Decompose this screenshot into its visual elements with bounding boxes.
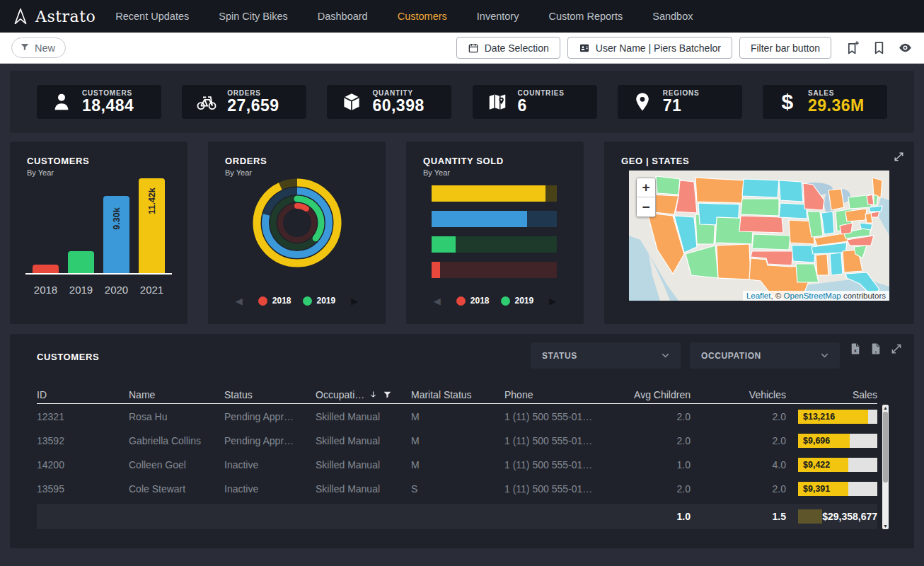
brand-name: Astrato — [35, 8, 96, 25]
column-filter-icon[interactable] — [383, 390, 392, 399]
cell-avg-children: 2.0 — [623, 411, 691, 422]
orders-donut-panel: ORDERS By Year ◀20182019▶ — [208, 142, 386, 324]
column-header-avg-children[interactable]: Avg Children — [623, 389, 691, 400]
totals-sales-value: $29,358,677 — [822, 511, 877, 522]
leaflet-link[interactable]: Leaflet — [746, 291, 771, 300]
zoom-in-button[interactable]: + — [637, 178, 655, 197]
prev-year-arrow[interactable]: ◀ — [434, 296, 441, 306]
nav-item-custom-reports[interactable]: Custom Reports — [548, 11, 623, 22]
legend-label: 2018 — [470, 296, 490, 306]
cell-occupation: Skilled Manual — [316, 483, 411, 495]
kpi-text: CUSTOMERS18,484 — [82, 89, 134, 114]
legend-item-2019[interactable]: 2019 — [501, 296, 534, 306]
zoom-out-button[interactable]: − — [637, 197, 655, 216]
legend-label: 2018 — [272, 296, 291, 306]
kpi-value: 6 — [518, 97, 565, 114]
legend-item-2019[interactable]: 2019 — [303, 296, 336, 306]
bar-2021[interactable]: 11.42k — [139, 178, 165, 273]
new-filter-button[interactable]: New — [11, 37, 66, 58]
cell-id: 13592 — [37, 435, 129, 446]
cell-occupation: Skilled Manual — [316, 459, 411, 470]
nav-item-sandbox[interactable]: Sandbox — [652, 11, 693, 22]
nav-item-spin-city-bikes[interactable]: Spin City Bikes — [219, 11, 288, 22]
prev-year-arrow[interactable]: ◀ — [236, 296, 243, 306]
donut-ring-2021 — [257, 183, 337, 263]
file-icon[interactable]: , — [870, 342, 882, 355]
kpi-card-regions: REGIONS71 — [618, 85, 742, 119]
column-header-marital-status[interactable]: Marital Status — [411, 389, 504, 400]
table-row[interactable]: 14200Colleen GoelInactiveSkilled ManualM… — [37, 453, 877, 477]
kpi-value: 71 — [663, 97, 700, 114]
legend-item-2018[interactable]: 2018 — [456, 296, 490, 306]
column-header-status[interactable]: Status — [224, 389, 316, 400]
table-row[interactable]: 13595Cole StewartInactiveSkilled ManualS… — [37, 477, 877, 501]
expand-icon[interactable] — [893, 151, 905, 163]
next-year-arrow[interactable]: ▶ — [351, 296, 358, 306]
expand-icon[interactable] — [890, 342, 903, 355]
toolbar-buttons: Date SelectionUser Name | Piers Batchelo… — [456, 37, 831, 59]
legend-dot — [258, 296, 267, 306]
cell-status: Pending Appr… — [224, 411, 316, 422]
scrollbar-thumb[interactable] — [883, 412, 888, 483]
funnel-icon — [20, 42, 30, 54]
cell-marital-status: M — [411, 459, 504, 470]
date-selection-button[interactable]: Date Selection — [456, 37, 560, 59]
progress-track-2021 — [432, 185, 557, 202]
legend-item-2018[interactable]: 2018 — [258, 296, 291, 306]
column-header-name[interactable]: Name — [129, 389, 224, 400]
table-row[interactable]: 12321Rosa HuPending Appr…Skilled ManualM… — [37, 405, 877, 429]
table-scrollbar[interactable]: ▲ ▼ — [882, 405, 889, 529]
table-totals-row: 1.01.5$29,358,677 — [37, 504, 877, 529]
user-name-piers-batchelor-button[interactable]: User Name | Piers Batchelor — [567, 37, 732, 59]
bar-2020[interactable]: 9.30k — [103, 196, 129, 273]
charts-row: CUSTOMERS By Year 9.30k11.42k 2018201920… — [10, 142, 914, 324]
bookmark-icon[interactable] — [872, 40, 887, 55]
osm-link[interactable]: OpenStreetMap — [784, 291, 841, 300]
excel-icon[interactable]: x — [849, 342, 862, 355]
cell-marital-status: S — [411, 483, 504, 495]
column-header-label: Occupati… — [316, 389, 364, 400]
eye-icon[interactable] — [898, 40, 913, 55]
cell-vehicles: 2.0 — [691, 411, 786, 422]
sort-descending-icon[interactable] — [369, 390, 379, 400]
progress-fill-2019 — [432, 236, 456, 253]
next-year-arrow[interactable]: ▶ — [549, 296, 556, 306]
cell-sales: $9,422 — [786, 458, 877, 472]
dollar-icon: $ — [773, 90, 802, 114]
bookmark-add-icon[interactable] — [845, 40, 860, 55]
nav-item-recent-updates[interactable]: Recent Updates — [115, 11, 189, 22]
kpi-card-customers: CUSTOMERS18,484 — [37, 85, 161, 119]
sales-value: $9,422 — [803, 460, 830, 470]
cell-occupation: Skilled Manual — [316, 435, 411, 446]
column-header-vehicles[interactable]: Vehicles — [691, 389, 786, 400]
occupation-filter-dropdown[interactable]: OCCUPATION — [690, 342, 840, 369]
column-header-occupati-[interactable]: Occupati… — [316, 389, 411, 400]
cell-status: Inactive — [224, 459, 316, 470]
contact-icon — [579, 42, 590, 54]
brand[interactable]: Astrato — [11, 6, 96, 26]
bar-2019[interactable] — [68, 251, 94, 273]
table-row[interactable]: 13592Gabriella CollinsPending Appr…Skill… — [37, 429, 877, 453]
column-header-id[interactable]: ID — [37, 389, 129, 400]
cell-sales: $9,391 — [786, 482, 877, 496]
status-filter-dropdown[interactable]: STATUS — [531, 342, 681, 369]
chevron-down-icon — [660, 350, 671, 361]
bar-2018[interactable] — [33, 265, 59, 273]
column-header-phone[interactable]: Phone — [504, 389, 623, 400]
column-header-sales[interactable]: Sales — [786, 389, 877, 400]
table-header: IDNameStatusOccupati…Marital StatusPhone… — [37, 386, 877, 404]
person-icon — [47, 91, 76, 112]
nav-item-dashboard[interactable]: Dashboard — [318, 11, 368, 22]
map-icon — [483, 91, 512, 112]
totals-sales: $29,358,677 — [786, 511, 877, 522]
year-legend: ◀20182019▶ — [406, 296, 584, 306]
filter-bar-button-button[interactable]: Filter bar button — [739, 37, 831, 59]
nav-item-inventory[interactable]: Inventory — [477, 11, 519, 22]
cell-vehicles: 4.0 — [691, 459, 786, 470]
sales-data-bar: $9,422 — [798, 458, 877, 472]
nav-item-customers[interactable]: Customers — [398, 11, 447, 22]
us-states-choropleth-map[interactable]: + − Leaflet, © OpenStreetMap contributor… — [629, 171, 889, 301]
table-body: 12321Rosa HuPending Appr…Skilled ManualM… — [37, 405, 877, 501]
map-attribution: Leaflet, © OpenStreetMap contributors — [743, 291, 889, 301]
svg-text:,: , — [875, 347, 877, 354]
